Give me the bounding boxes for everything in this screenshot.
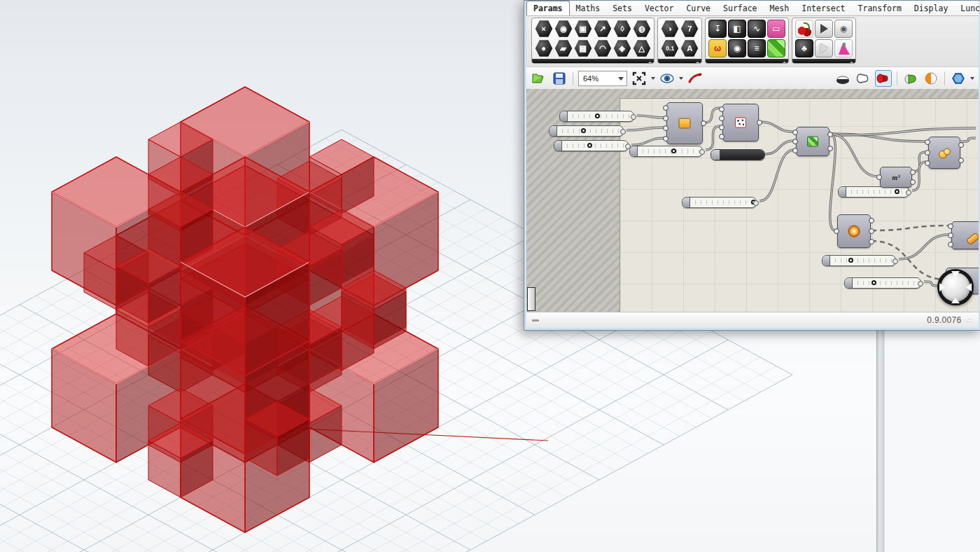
- point-param-icon[interactable]: ◈: [613, 39, 631, 57]
- slider-output-port[interactable]: [892, 258, 898, 264]
- geometry-param-icon[interactable]: ×: [535, 20, 553, 38]
- port-dot[interactable]: [701, 120, 706, 126]
- slider-track[interactable]: [846, 187, 909, 197]
- slider-knob[interactable]: [595, 113, 600, 118]
- port-dot[interactable]: [663, 136, 668, 142]
- gh-menu-sets[interactable]: Sets: [606, 1, 638, 15]
- port-dot[interactable]: [757, 120, 762, 125]
- text-param-icon[interactable]: A: [680, 39, 699, 57]
- component-deconstruct-brep[interactable]: [837, 214, 871, 248]
- box-param-icon[interactable]: ▣: [574, 20, 592, 38]
- number-param-icon[interactable]: 0.1: [661, 39, 679, 57]
- ribbon-group-expander-icon[interactable]: +: [783, 59, 786, 64]
- slider-output-port[interactable]: [753, 200, 759, 206]
- boolean-toggle-icon[interactable]: ◧: [728, 20, 746, 38]
- cherry-picker-icon[interactable]: [795, 20, 813, 38]
- data-input-arrow-icon[interactable]: [815, 20, 833, 38]
- slider-output-port[interactable]: [631, 114, 636, 120]
- port-dot[interactable]: [792, 130, 798, 135]
- number-slider-radius-2[interactable]: [844, 277, 921, 289]
- port-dot[interactable]: [948, 242, 953, 247]
- number-slider-seed[interactable]: [629, 146, 703, 157]
- gradient-icon[interactable]: [767, 39, 785, 57]
- number-slider-x[interactable]: [559, 111, 634, 122]
- save-file-icon[interactable]: [551, 70, 568, 87]
- gh-menu-maths[interactable]: Maths: [570, 1, 607, 15]
- component-domain-box[interactable]: [666, 102, 703, 144]
- custom-preview-green-icon[interactable]: [902, 70, 919, 87]
- gh-menu-intersect[interactable]: Intersect: [795, 1, 851, 15]
- curve-param-icon[interactable]: ◠: [594, 39, 612, 57]
- port-dot[interactable]: [663, 125, 668, 131]
- port-dot[interactable]: [834, 228, 839, 234]
- canvas-trackball-widget[interactable]: [937, 269, 974, 305]
- slider-output-port[interactable]: [918, 281, 923, 287]
- slider-knob[interactable]: [671, 149, 676, 153]
- port-dot[interactable]: [958, 142, 964, 148]
- gh-menu-surface[interactable]: Surface: [717, 1, 763, 15]
- item-list-icon[interactable]: ≡: [748, 39, 766, 57]
- port-dot[interactable]: [719, 106, 724, 112]
- gh-menu-display[interactable]: Display: [908, 1, 954, 15]
- port-dot[interactable]: [719, 116, 724, 121]
- component-populate-3d[interactable]: [722, 104, 759, 142]
- port-dot[interactable]: [948, 233, 953, 238]
- preview-off-icon[interactable]: [834, 70, 851, 87]
- slider-track[interactable]: [830, 256, 895, 265]
- control-knob-icon[interactable]: ◉: [728, 39, 746, 57]
- port-dot[interactable]: [925, 139, 930, 145]
- surface-param-icon[interactable]: ◍: [633, 20, 651, 38]
- number-slider-z[interactable]: [554, 140, 629, 151]
- gh-menu-lunchbox[interactable]: LunchBox: [954, 1, 980, 15]
- data-tree-icon[interactable]: ♣: [795, 39, 813, 57]
- slider-knob[interactable]: [581, 128, 586, 133]
- component-volume[interactable]: m³: [880, 167, 912, 188]
- sketch-pen-icon[interactable]: [687, 70, 704, 87]
- gh-canvas[interactable]: m³: [526, 89, 979, 312]
- jump-icon[interactable]: ◉: [834, 20, 853, 38]
- boolean-param-icon[interactable]: ◑: [661, 20, 679, 38]
- port-dot[interactable]: [876, 174, 882, 180]
- display-hexagon-icon[interactable]: [950, 70, 967, 87]
- zoom-combo-caret-icon[interactable]: [618, 77, 624, 83]
- component-scale[interactable]: [928, 137, 960, 169]
- port-dot[interactable]: [792, 148, 798, 153]
- slider-output-port[interactable]: [620, 129, 626, 134]
- resize-grip-icon[interactable]: .::: [965, 317, 973, 324]
- spiral-param-icon[interactable]: ◉: [554, 20, 573, 38]
- component-octree[interactable]: [796, 127, 830, 156]
- preview-shaded-icon[interactable]: [875, 70, 892, 87]
- custom-preview-orange-icon[interactable]: [923, 70, 939, 87]
- number-slider-group[interactable]: [682, 197, 757, 208]
- port-dot[interactable]: [948, 223, 953, 229]
- port-dot[interactable]: [827, 146, 833, 151]
- gh-menu-vector[interactable]: Vector: [638, 1, 680, 15]
- display-hexagon-caret-icon[interactable]: [970, 77, 974, 82]
- port-dot[interactable]: [663, 116, 668, 121]
- port-dot[interactable]: [792, 139, 798, 144]
- slider-track[interactable]: [568, 111, 634, 121]
- slider-track[interactable]: [557, 126, 623, 136]
- number-slider-y[interactable]: [549, 125, 624, 137]
- port-dot[interactable]: [869, 218, 874, 223]
- port-dot[interactable]: [869, 228, 874, 234]
- component-pipe[interactable]: [951, 221, 979, 249]
- slider-knob[interactable]: [848, 258, 853, 263]
- port-dot[interactable]: [925, 160, 930, 166]
- gh-menu-curve[interactable]: Curve: [680, 1, 717, 15]
- toggle-value[interactable]: [720, 150, 764, 160]
- integer-param-icon[interactable]: 7: [680, 20, 699, 38]
- port-dot[interactable]: [663, 105, 668, 111]
- slider-knob[interactable]: [895, 189, 899, 194]
- preview-eye-icon[interactable]: [659, 70, 676, 87]
- zoom-extents-caret-icon[interactable]: [651, 77, 655, 82]
- number-slider-icon[interactable]: ↧: [708, 20, 727, 38]
- port-dot[interactable]: [925, 150, 930, 156]
- vector-param-icon[interactable]: ↗: [594, 20, 612, 38]
- flask-icon[interactable]: [834, 39, 853, 57]
- preview-wireframe-icon[interactable]: [855, 70, 872, 87]
- gh-menu-transform[interactable]: Transform: [852, 1, 908, 15]
- slider-output-port[interactable]: [699, 149, 705, 155]
- preview-eye-caret-icon[interactable]: [679, 77, 683, 82]
- number-slider-factor[interactable]: [838, 186, 909, 198]
